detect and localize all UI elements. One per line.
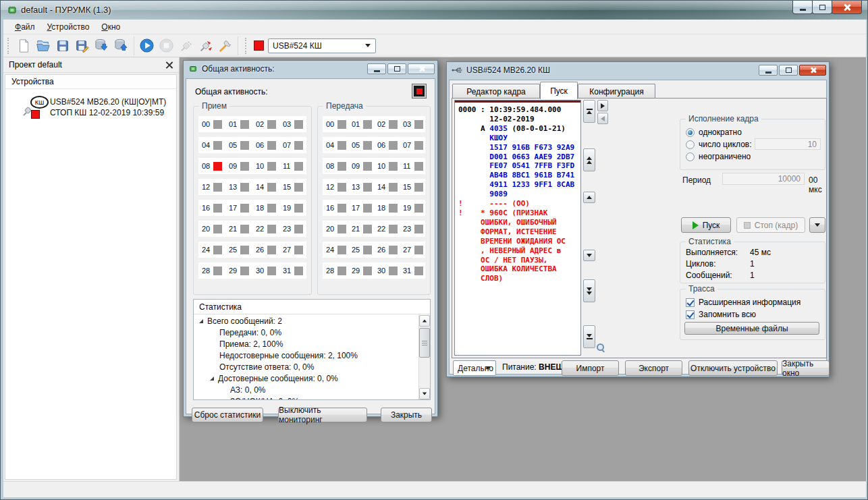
line-up-button[interactable] — [583, 192, 595, 203]
toolbar-grip[interactable] — [245, 38, 248, 54]
step-back-button[interactable] — [597, 113, 608, 124]
tree-expander-icon[interactable] — [199, 319, 203, 323]
run-button[interactable]: Пуск — [681, 217, 731, 233]
cycles-input[interactable]: 10 — [755, 138, 821, 150]
start-icon[interactable] — [138, 37, 156, 55]
activity-window-titlebar[interactable]: Общая активность: — [184, 61, 437, 77]
toolbar-grip[interactable] — [7, 38, 11, 54]
device-window-bottom-bar: Детально Питание: ВНЕШН Импорт Экспорт О… — [452, 359, 824, 377]
page-up-button[interactable] — [583, 148, 595, 171]
checkbox-icon[interactable] — [686, 310, 695, 319]
import-database-icon[interactable] — [112, 37, 130, 55]
menu-item-Файл[interactable]: Файл — [9, 20, 41, 34]
save-icon[interactable] — [53, 37, 72, 55]
disconnect-device-button[interactable]: Отключить устройство — [688, 360, 778, 376]
tab-Пуск[interactable]: Пуск — [540, 82, 578, 99]
temp-files-button[interactable]: Временные файлы — [684, 322, 819, 335]
tree-expander-icon[interactable] — [210, 377, 214, 381]
statistics-text: Отсутствие ответа: 0, 0% — [219, 362, 314, 372]
scroll-down-button[interactable] — [419, 388, 430, 399]
rx-grid-row: 16171819 — [198, 200, 306, 216]
checkbox-label: Расширенная информация — [699, 298, 801, 307]
stop-icon[interactable] — [157, 37, 175, 55]
activity-cell-tx-27: 27 — [403, 246, 425, 254]
cell-label: 18 — [377, 204, 389, 212]
tab-Конфигурация[interactable]: Конфигурация — [578, 84, 655, 99]
cell-label: 09 — [229, 162, 240, 170]
minimize-button[interactable] — [759, 65, 778, 76]
close-button[interactable] — [408, 63, 435, 74]
run-options-dropdown[interactable] — [809, 217, 825, 233]
scroll-to-last-button[interactable] — [583, 325, 595, 348]
restore-button[interactable] — [779, 65, 798, 76]
checkbox-icon[interactable] — [686, 298, 695, 307]
radio-icon[interactable] — [686, 140, 695, 149]
menu-item-Устройство[interactable]: Устройство — [41, 20, 96, 34]
scroll-up-button[interactable] — [419, 315, 430, 327]
tx-grid-row: 04050607 — [323, 137, 425, 153]
save-as-icon[interactable] — [73, 37, 91, 55]
activity-indicator — [414, 120, 423, 129]
open-project-icon[interactable] — [34, 37, 52, 55]
restore-icon — [786, 67, 792, 73]
close-button[interactable] — [832, 1, 862, 14]
tab-Редактор кадра[interactable]: Редактор кадра — [452, 84, 540, 99]
close-window-button[interactable]: Закрыть окно — [782, 360, 830, 376]
new-document-icon[interactable] — [14, 37, 32, 55]
import-button[interactable]: Импорт — [562, 360, 619, 376]
export-button[interactable]: Экспорт — [625, 360, 682, 376]
page-down-button[interactable] — [583, 279, 595, 302]
step-forward-button[interactable] — [597, 100, 608, 111]
execution-option-3[interactable]: неограничено — [686, 152, 751, 161]
log-line: 9089 — [458, 190, 574, 199]
connect-device-icon[interactable] — [177, 37, 195, 55]
activity-button-3[interactable]: Закрыть — [381, 408, 432, 422]
activity-indicator — [240, 141, 249, 150]
cell-label: 20 — [326, 225, 337, 233]
export-database-icon[interactable] — [92, 37, 111, 55]
statistics-scrollbar[interactable] — [418, 315, 430, 399]
cell-label: 28 — [326, 267, 337, 275]
cell-label: 02 — [377, 120, 389, 128]
period-input[interactable]: 10000 — [722, 173, 805, 185]
close-button[interactable] — [799, 65, 826, 76]
device-window-titlebar[interactable]: USB#524 МВ26.20 КШ — [447, 62, 829, 78]
period-label: Период — [682, 175, 711, 185]
scrollbar-thumb[interactable] — [419, 328, 430, 358]
settings-wrench-icon[interactable] — [216, 37, 234, 55]
stop-frame-button[interactable]: Стоп (кадр) — [736, 217, 805, 233]
project-panel-header: Проект default — [3, 57, 179, 73]
panel-close-icon[interactable] — [165, 61, 173, 69]
minimize-button[interactable] — [367, 63, 386, 74]
reconnect-device-icon[interactable] — [196, 37, 215, 55]
minimize-button[interactable] — [792, 1, 813, 14]
activity-cell-rx-20: 20 — [202, 225, 225, 233]
activity-button-1[interactable]: Сброс статистики — [192, 408, 263, 422]
cell-label: 10 — [377, 162, 389, 170]
zoom-icon[interactable] — [596, 343, 605, 352]
frame-log[interactable]: 0000 : 10:39:59.484.000 12-02-2019 A 403… — [454, 100, 581, 356]
global-activity-indicator[interactable] — [412, 84, 427, 99]
scroll-to-first-button[interactable] — [583, 100, 595, 123]
device-tree-item[interactable]: КШ USB#524 МВ26.20 (КШ|ОУ|МТ) СТОП КШ 12… — [5, 89, 176, 119]
restore-button[interactable] — [387, 63, 406, 74]
activity-cell-rx-30: 30 — [256, 267, 279, 275]
activity-button-2[interactable]: Выключить мониторинг — [278, 408, 367, 422]
rx-group-title: Прием — [199, 101, 229, 111]
execution-option-2[interactable]: число циклов: — [686, 140, 752, 149]
line-down-button[interactable] — [583, 250, 595, 261]
trace-checkbox-2[interactable]: Запомнить всю — [686, 310, 756, 319]
execution-option-1[interactable]: однократно — [686, 128, 742, 137]
run-stat-label: Сообщений: — [686, 271, 750, 280]
activity-indicator — [240, 120, 249, 129]
radio-icon[interactable] — [686, 152, 695, 161]
menu-item-Окно[interactable]: Окно — [95, 20, 126, 34]
device-selector[interactable]: USB#524 КШ — [268, 38, 376, 53]
project-panel-title: Проект default — [9, 60, 62, 70]
cell-label: 23 — [283, 225, 294, 233]
detail-selector[interactable]: Детально — [453, 360, 496, 376]
trace-checkbox-1[interactable]: Расширенная информация — [686, 298, 801, 307]
restore-button[interactable] — [812, 1, 832, 14]
radio-icon[interactable] — [686, 128, 695, 137]
cell-label: 11 — [283, 162, 294, 170]
